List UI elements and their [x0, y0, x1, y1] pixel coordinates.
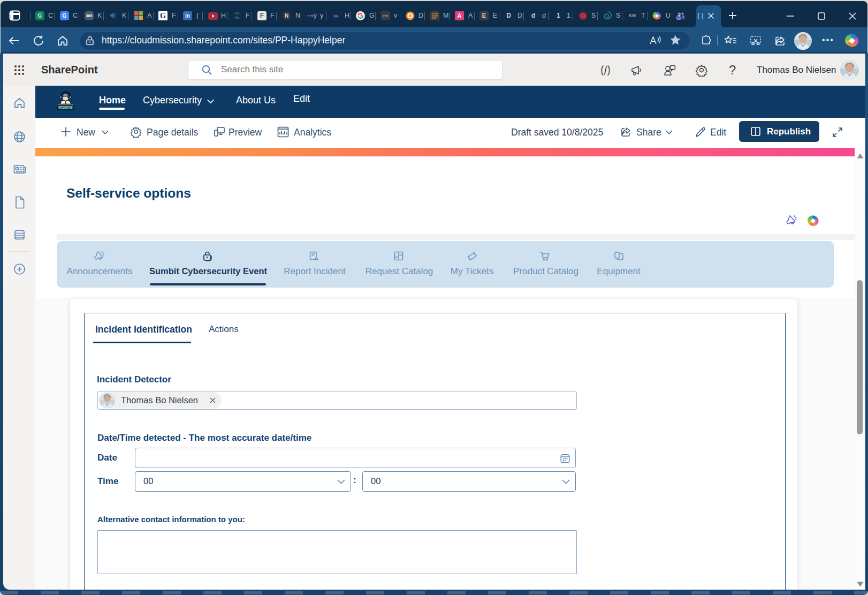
svg-text:T: T	[678, 14, 680, 18]
svg-text:SUPPORT: SUPPORT	[57, 106, 73, 109]
